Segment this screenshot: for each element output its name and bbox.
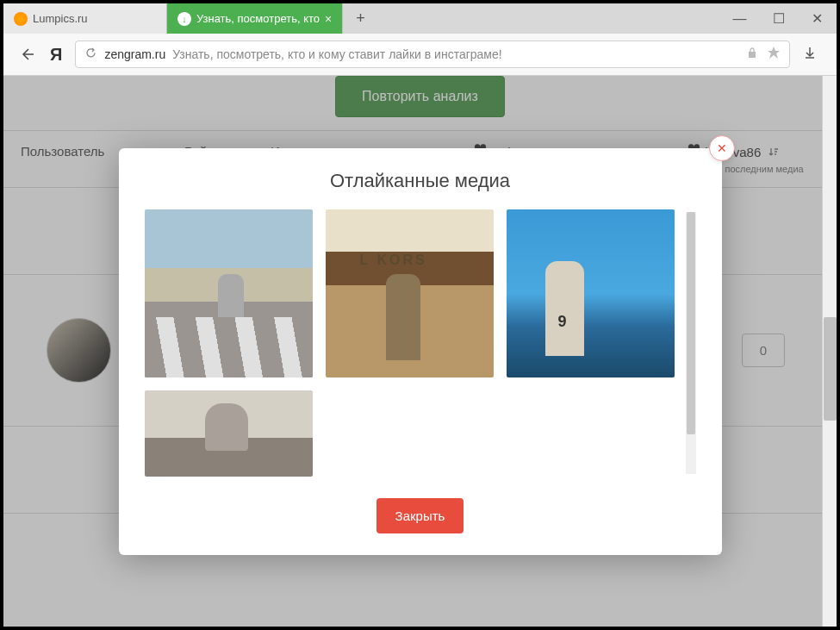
tab-favicon-icon: ↓ — [177, 12, 191, 26]
maximize-button[interactable]: ☐ — [759, 3, 798, 34]
close-button[interactable]: Закрыть — [376, 498, 464, 533]
modal-close-button[interactable]: ✕ — [709, 135, 735, 161]
address-title: Узнать, посмотреть, кто и кому ставит ла… — [172, 47, 501, 61]
media-grid-wrap — [145, 209, 696, 477]
tab-favicon-icon — [14, 12, 28, 26]
tabs-bar: Lumpics.ru ↓ Узнать, посмотреть, кто × +… — [3, 3, 837, 34]
new-tab-button[interactable]: + — [343, 9, 378, 28]
address-domain: zengram.ru — [104, 47, 165, 61]
media-grid — [145, 209, 677, 477]
modal-overlay: ✕ Отлайканные медиа Закрыть — [3, 76, 837, 627]
bookmark-star-icon[interactable] — [767, 46, 781, 63]
address-bar[interactable]: zengram.ru Узнать, посмотреть, кто и ком… — [75, 41, 790, 68]
address-bar-row: Я zengram.ru Узнать, посмотреть, кто и к… — [3, 34, 837, 76]
minimize-button[interactable]: — — [720, 3, 759, 34]
back-arrow-icon — [18, 46, 35, 63]
tab-title: Узнать, посмотреть, кто — [196, 12, 320, 25]
tab-title: Lumpics.ru — [33, 12, 156, 25]
downloads-button[interactable] — [803, 46, 824, 63]
liked-media-modal: ✕ Отлайканные медиа Закрыть — [119, 148, 722, 555]
window-controls: — ☐ ✕ — [720, 3, 837, 34]
tab-lumpics[interactable]: Lumpics.ru — [3, 3, 167, 34]
modal-title: Отлайканные медиа — [145, 170, 696, 192]
page-content: Повторить анализ Пользователь Рейтинг Им… — [3, 76, 837, 627]
back-button[interactable] — [16, 44, 37, 65]
window-close-button[interactable]: ✕ — [798, 3, 837, 34]
media-item[interactable] — [326, 209, 494, 377]
modal-footer: Закрыть — [145, 498, 696, 533]
modal-scrollbar[interactable] — [686, 212, 696, 474]
tab-close-icon[interactable]: × — [325, 12, 332, 26]
media-item[interactable] — [145, 209, 313, 377]
browser-window: Lumpics.ru ↓ Узнать, посмотреть, кто × +… — [3, 3, 837, 627]
lock-icon[interactable] — [746, 47, 758, 62]
scrollbar-thumb[interactable] — [687, 212, 695, 434]
yandex-logo[interactable]: Я — [50, 45, 62, 65]
svg-rect-0 — [749, 52, 756, 58]
media-item[interactable] — [507, 209, 675, 377]
media-item[interactable] — [145, 390, 313, 477]
reload-icon[interactable] — [84, 47, 97, 63]
tab-zengram[interactable]: ↓ Узнать, посмотреть, кто × — [167, 3, 343, 34]
close-icon: ✕ — [717, 141, 727, 155]
